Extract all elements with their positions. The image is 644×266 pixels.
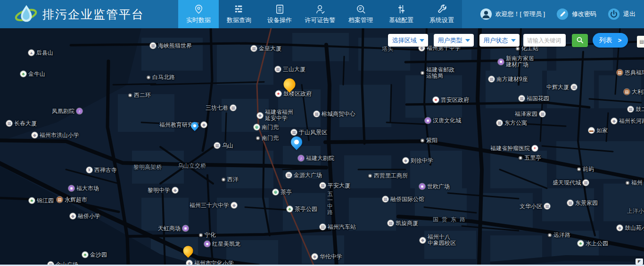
shopping-icon: ■ <box>182 226 189 232</box>
map-label-text: 晋安区政府 <box>441 97 469 103</box>
map-road-label: 上洋小区 <box>627 208 644 214</box>
search-icon <box>576 36 584 46</box>
shopping-icon: ■ <box>204 241 210 247</box>
map-label-text: 南门兜 <box>262 135 279 141</box>
dot-icon <box>519 156 522 160</box>
nav-tab-basic-config[interactable]: 基础配置 <box>381 0 421 28</box>
pan-arrow-icon: ◤ <box>638 259 641 264</box>
user-type-select-label: 用户类型 <box>438 36 462 45</box>
map-poi-label: ♪福建大剧院 <box>298 155 334 161</box>
map-poi-label: ◆福州长河路 <box>611 118 644 124</box>
dot-icon <box>256 136 260 140</box>
search-button[interactable] <box>572 34 588 47</box>
pin-center-dot <box>192 123 197 128</box>
map-label-text: 乌山 <box>222 143 233 149</box>
tree-icon: ♣ <box>82 252 88 258</box>
map-label-text: 西洋 <box>227 177 239 183</box>
metro-icon: ⊕ <box>272 189 279 195</box>
logout-button[interactable]: 退出 <box>623 10 636 18</box>
map-poi-label: 五里亭 <box>519 155 541 161</box>
nav-tab-license-alert[interactable]: 许可证告警 <box>300 0 340 28</box>
map-poi-label: ▦平安大厦 <box>320 183 350 189</box>
map-poi-label: ◆福州市洪山小学 <box>32 132 79 138</box>
hotel-icon: ▬ <box>588 128 594 134</box>
map-road-label: 乌山立交桥 <box>178 163 206 169</box>
building-icon: ▦ <box>544 203 550 210</box>
map-label-text: 白马北路 <box>152 74 175 81</box>
map-label-text: 福州长河路 <box>619 118 644 124</box>
map-label-text: 海峡熊猫世界 <box>158 43 192 49</box>
map-label-text: 永辉超市 <box>65 197 87 203</box>
map-poi-label: ■汉唐文化城 <box>425 118 461 124</box>
building-icon: ▦ <box>519 96 525 102</box>
map-label-text: 盛天现代城 <box>553 180 581 186</box>
dot-icon <box>147 75 150 79</box>
cart-icon: ▤ <box>617 70 623 76</box>
map-poi-label: 白马北路 <box>147 74 175 81</box>
map-overview-control[interactable]: ▤ <box>637 36 644 48</box>
region-select[interactable]: 选择区域 <box>388 34 428 47</box>
dot-icon <box>626 181 629 185</box>
map-label-text: 福建省肿瘤医院 <box>490 145 530 152</box>
map-poi-label: 西营里工商所 <box>368 173 408 179</box>
shopping-icon: ■ <box>68 185 74 192</box>
nav-tab-device-operation[interactable]: 设备操作 <box>259 0 300 28</box>
user-status-select[interactable]: 用户状态 <box>479 34 520 47</box>
nav-tab-label: 设备操作 <box>267 16 292 24</box>
pencil-icon[interactable] <box>556 8 569 20</box>
nav-tab-data-query[interactable]: 数据查询 <box>219 0 259 28</box>
dot-icon <box>421 138 424 142</box>
power-icon[interactable] <box>608 8 620 20</box>
map-label-text: 凤凰剧院 <box>52 108 74 114</box>
map-pan-control[interactable]: ◤ <box>636 258 643 265</box>
school-icon: ◆ <box>312 254 318 260</box>
overview-icon: ▤ <box>639 39 644 44</box>
map-label-text: 红星美凯龙 <box>212 241 240 247</box>
dot-icon <box>577 167 581 171</box>
map-poi-label: ▦金皇大厦 <box>251 46 281 52</box>
user-type-select[interactable]: 用户类型 <box>434 34 474 47</box>
map-label-text: 宁化 <box>205 232 216 238</box>
map-label-text: 大利家 <box>632 89 644 95</box>
map-poi-label: 文华小区▦ <box>520 203 550 210</box>
nav-tab-realtime-data[interactable]: 实时数据 <box>178 0 219 28</box>
dot-icon <box>368 174 372 177</box>
school-icon: ◆ <box>617 225 623 231</box>
map-label-text: 福建省邮政运输局 <box>426 67 454 79</box>
map-poi-label: 西洋 <box>222 177 239 183</box>
shopping-icon: ■ <box>419 184 425 190</box>
map-poi-label: 黎明中学◆ <box>148 187 178 193</box>
shopping-icon: ■ <box>425 118 431 124</box>
nav-tab-label: 实时数据 <box>186 16 211 24</box>
nav-tab-system-settings[interactable]: 系统设置 <box>421 0 462 28</box>
map-label-text: 金皇大厦 <box>259 46 281 52</box>
metro-icon: ⊕ <box>254 124 260 130</box>
building-icon: ▦ <box>539 111 545 117</box>
city-map[interactable]: ▦海峡熊猫世界▦金皇大厦塔头◆福州第十中学化工站▲后县山♣金牛山白马北路西二环▦… <box>0 28 644 266</box>
map-label-text: 五里亭 <box>524 155 541 161</box>
dot-icon <box>199 233 203 237</box>
school-icon: ◆ <box>172 187 178 193</box>
avatar <box>480 8 492 20</box>
map-poi-label: ⊕南门兜 <box>254 124 279 130</box>
grid-icon <box>234 4 245 15</box>
gov-icon: ★ <box>275 91 281 97</box>
school-icon: ◆ <box>403 158 409 164</box>
chevron-right-icon: > <box>618 37 622 44</box>
pin-icon <box>181 244 195 258</box>
list-toggle-button[interactable]: 列表 > <box>593 33 628 48</box>
map-poi-label: ▤大利家 <box>624 89 644 95</box>
map-poi-label: ■福大市场 <box>68 185 99 192</box>
nav-tab-archive-management[interactable]: 档案管理 <box>340 0 381 28</box>
map-label-text: 紫阳 <box>426 137 438 144</box>
map-poi-label: ▦福国花园 <box>519 96 549 102</box>
change-password-button[interactable]: 修改密码 <box>572 10 596 18</box>
map-label-text: 融侨小学 <box>78 213 100 219</box>
map-label-text: 南方建材9座 <box>496 76 528 82</box>
wrench-icon <box>437 4 447 15</box>
map-label-text: 东景家园 <box>575 200 598 206</box>
map-poi-label: ◆鼓山苑小区 <box>617 225 644 231</box>
bus-icon: ▤ <box>320 224 326 230</box>
keyword-input[interactable] <box>523 34 566 47</box>
map-label-text: 福州三十六中学 <box>190 202 229 209</box>
